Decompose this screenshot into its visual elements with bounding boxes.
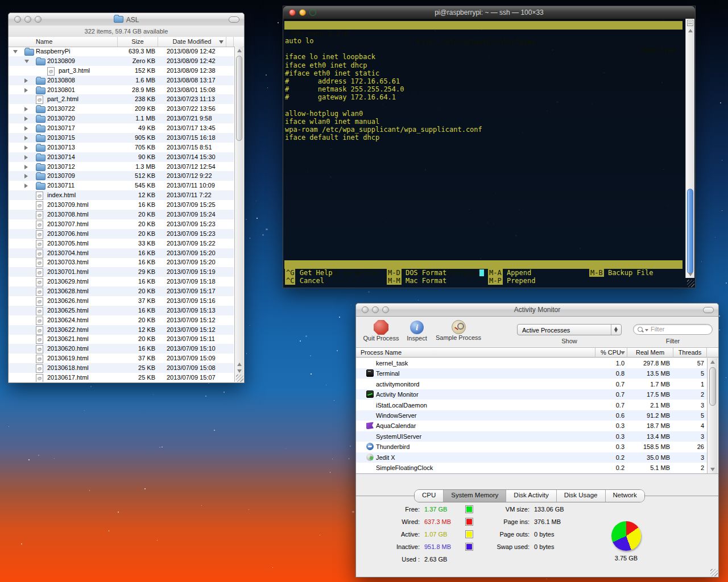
nano-shortcut[interactable]: M-A Append [488,269,531,277]
column-header-process-name[interactable]: Process Name [356,348,595,357]
process-row[interactable]: iStatLocalDaemon0.72.1 MB3 [356,400,707,410]
file-row[interactable]: @20130707.html20 KB2013/07/09 15:23 [9,219,234,229]
disclosure-closed-icon[interactable] [24,155,28,160]
file-row[interactable]: @20130629.html16 KB2013/07/09 15:18 [9,277,234,286]
terminal-window[interactable]: pi@raspberrypi: ~ — ssh — 100×33 GNU nan… [283,6,696,288]
scroll-down-icon[interactable] [710,468,715,471]
file-row[interactable]: @20130708.html20 KB2013/07/09 15:24 [9,210,234,219]
show-popup-button[interactable]: Active Processes [517,324,622,335]
file-row[interactable]: 20130722209 KB2013/07/22 13:56 [9,104,234,114]
file-row[interactable]: @20130709.html16 KB2013/07/09 15:25 [9,200,234,210]
sample-process-button[interactable]: Sample Process [431,320,486,341]
disclosure-closed-icon[interactable] [24,126,28,131]
finder-titlebar[interactable]: ASL [9,13,244,26]
scroll-up-icon[interactable] [710,360,715,364]
disclosure-closed-icon[interactable] [24,117,28,121]
disclosure-closed-icon[interactable] [24,165,28,169]
file-row[interactable]: 20130715905 KB2013/07/15 16:18 [9,133,234,143]
file-row[interactable]: 20130713705 KB2013/07/15 8:51 [9,143,234,152]
column-header-real-mem[interactable]: Real Mem [627,348,673,357]
process-row[interactable]: kernel_task1.0297.8 MB57 [356,358,707,368]
file-row[interactable]: 2013080128.9 MB2013/08/01 15:08 [9,85,234,95]
file-row[interactable]: @20130628.html20 KB2013/07/09 15:17 [9,286,234,296]
terminal-scrollbar[interactable] [685,19,694,278]
file-row[interactable]: RaspberryPi639.3 MB2013/08/09 12:42 [9,47,234,56]
disclosure-open-icon[interactable] [13,50,18,53]
disclosure-open-icon[interactable] [24,60,29,63]
column-header-size[interactable]: Size [118,37,158,47]
tab-disk-usage[interactable]: Disk Usage [557,490,606,502]
resize-grip[interactable] [687,280,694,287]
scrollback-split-icon[interactable] [687,20,693,26]
file-row[interactable]: @20130706.html20 KB2013/07/09 15:23 [9,229,234,239]
file-row[interactable]: 2013071749 KB2013/07/17 13:45 [9,123,234,133]
finder-scrollbar-thumb[interactable] [236,56,242,141]
nano-shortcut[interactable]: M-M Mac Format [387,277,446,285]
file-row[interactable]: @20130703.html16 KB2013/07/09 15:20 [9,257,234,267]
resize-grip[interactable] [710,569,718,576]
tab-cpu[interactable]: CPU [415,490,444,502]
file-row[interactable]: @part_3.html152 KB2013/08/09 12:38 [9,66,234,76]
scroll-down-icon[interactable] [237,369,242,373]
file-row[interactable]: @20130618.html25 KB2013/07/09 15:08 [9,363,234,373]
process-row[interactable]: Jedit X0.235.0 MB3 [356,452,707,463]
file-row[interactable]: @20130622.html12 KB2013/07/09 15:12 [9,325,234,335]
nano-shortcut[interactable]: M-P Prepend [488,277,535,285]
toolbar-toggle-button[interactable] [703,307,714,313]
nano-shortcut[interactable]: M-D DOS Format [387,269,446,277]
file-row[interactable]: @20130704.html16 KB2013/07/09 15:20 [9,248,234,258]
file-row[interactable]: 201308081.6 MB2013/08/08 13:17 [9,76,234,85]
process-row[interactable]: Terminal0.813.5 MB5 [356,368,707,379]
process-row[interactable]: WindowServer0.691.2 MB5 [356,410,707,421]
file-row[interactable]: 201307121.3 MB2013/07/12 12:54 [9,162,234,172]
process-row[interactable]: activitymonitord0.71.7 MB1 [356,379,707,389]
tab-network[interactable]: Network [606,490,644,502]
terminal-scrollbar-thumb[interactable] [687,189,693,274]
file-row[interactable]: @index.html12 KB2013/07/11 7:22 [9,190,234,200]
column-header-cpu[interactable]: % CPU [595,348,627,357]
am-titlebar[interactable]: Activity Monitor [356,304,718,317]
file-row[interactable]: @20130701.html29 KB2013/07/09 15:19 [9,267,234,277]
nano-shortcut[interactable]: ^G Get Help [285,269,332,277]
file-row[interactable]: @20130626.html37 KB2013/07/09 15:16 [9,296,234,306]
am-scrollbar[interactable] [707,358,717,473]
file-row[interactable]: @20130705.html33 KB2013/07/09 15:22 [9,239,234,248]
disclosure-closed-icon[interactable] [24,146,28,150]
process-row[interactable]: SimpleFloatingClock0.25.1 MB2 [356,463,707,473]
column-header-threads[interactable]: Threads [673,348,707,357]
terminal-titlebar[interactable]: pi@raspberrypi: ~ — ssh — 100×33 [283,6,695,19]
file-row[interactable]: @20130620.html16 KB2013/07/09 15:10 [9,344,234,354]
scroll-up-icon[interactable] [237,363,242,366]
disclosure-closed-icon[interactable] [24,136,28,140]
process-row[interactable]: AquaCalendar0.318.7 MB4 [356,421,707,431]
scroll-down-icon[interactable] [688,273,693,276]
disclosure-closed-icon[interactable] [24,88,28,93]
nano-shortcut[interactable]: ^C Cancel [285,277,324,285]
file-row[interactable]: @20130619.html37 KB2013/07/09 15:09 [9,354,234,363]
disclosure-closed-icon[interactable] [24,174,28,178]
disclosure-closed-icon[interactable] [24,184,28,188]
quit-process-button[interactable]: Quit Process [361,320,402,342]
file-row[interactable]: @part_2.html238 KB2013/07/23 11:13 [9,94,234,104]
resize-grip[interactable] [236,375,243,382]
file-row[interactable]: 20130709512 KB2013/07/12 9:22 [9,171,234,181]
nano-filename-prompt[interactable]: File Name to Write: /etc/network/interfa… [284,260,682,269]
file-row[interactable]: @20130621.html20 KB2013/07/09 15:11 [9,334,234,344]
disclosure-closed-icon[interactable] [24,78,28,83]
file-row[interactable]: 20130711545 KB2013/07/11 10:09 [9,181,234,190]
am-scrollbar-thumb[interactable] [709,367,716,406]
disclosure-closed-icon[interactable] [24,107,28,111]
file-row[interactable]: 201307201.1 MB2013/07/21 9:58 [9,114,234,123]
nano-text-area[interactable]: auto lo iface lo inet loopbackiface eth0… [285,37,482,142]
file-row[interactable]: 2013071490 KB2013/07/14 15:30 [9,152,234,162]
file-row[interactable]: @20130625.html16 KB2013/07/09 15:13 [9,306,234,315]
process-row[interactable]: Activity Monitor0.717.5 MB2 [356,389,707,400]
nano-shortcut[interactable]: M-B Backup File [589,269,653,277]
file-row[interactable]: 20130809Zero KB2013/08/09 12:42 [9,56,234,66]
scroll-up-icon[interactable] [237,49,242,52]
inspect-button[interactable]: i Inspect [403,320,431,342]
filter-search-field[interactable]: Filter [633,324,713,335]
process-row[interactable]: Thunderbird0.3158.5 MB26 [356,442,707,452]
file-row[interactable]: @20130617.html25 KB2013/07/09 15:07 [9,373,234,382]
tab-system-memory[interactable]: System Memory [444,490,506,502]
